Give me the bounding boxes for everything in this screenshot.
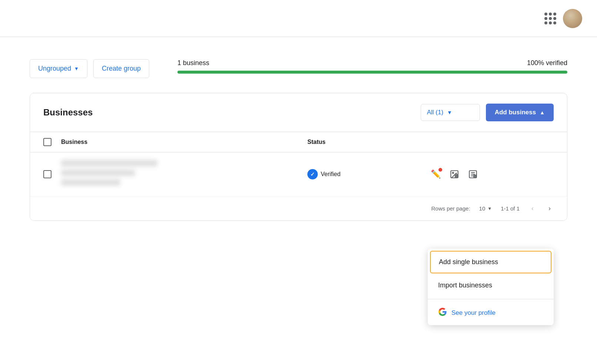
add-business-dropdown: Add single business Import businesses Se… bbox=[428, 249, 554, 325]
add-single-business-item[interactable]: Add single business bbox=[430, 251, 551, 273]
table-title: Businesses bbox=[43, 107, 93, 118]
dot bbox=[544, 17, 547, 20]
notification-dot bbox=[438, 168, 442, 172]
table-header-row: Businesses All (1) ▼ Add business ▲ bbox=[30, 93, 567, 132]
rows-per-page-value: 10 bbox=[479, 205, 486, 212]
dot bbox=[553, 21, 556, 24]
photo-icon[interactable] bbox=[450, 169, 459, 179]
table-header-controls: All (1) ▼ Add business ▲ bbox=[421, 104, 554, 121]
ungrouped-button[interactable]: Ungrouped ▼ bbox=[30, 59, 87, 78]
google-g-icon bbox=[438, 307, 447, 318]
dot bbox=[553, 17, 556, 20]
dot bbox=[553, 13, 556, 16]
verified-badge: ✓ bbox=[307, 169, 318, 179]
business-count-label: 1 business bbox=[177, 59, 209, 67]
header bbox=[0, 0, 597, 37]
stats-row: 1 business 100% verified bbox=[177, 59, 567, 67]
filter-label: All (1) bbox=[427, 109, 443, 116]
filter-dropdown[interactable]: All (1) ▼ bbox=[421, 104, 480, 121]
prev-page-button[interactable]: ‹ bbox=[528, 203, 537, 214]
rows-per-page-chevron-icon: ▼ bbox=[487, 206, 492, 211]
create-group-label: Create group bbox=[102, 65, 141, 73]
chevron-up-icon: ▲ bbox=[540, 109, 545, 115]
import-businesses-label: Import businesses bbox=[438, 282, 492, 289]
row-checkbox[interactable] bbox=[43, 170, 51, 178]
status-column-header: Status bbox=[307, 139, 431, 145]
dot bbox=[549, 17, 552, 20]
business-column-header: Business bbox=[58, 139, 307, 145]
progress-bar bbox=[177, 71, 567, 74]
main-content: Ungrouped ▼ Create group 1 business 100%… bbox=[0, 37, 597, 364]
stats-section: 1 business 100% verified bbox=[177, 59, 567, 74]
verified-percent-label: 100% verified bbox=[527, 59, 567, 67]
avatar[interactable] bbox=[563, 9, 582, 28]
status-cell: ✓ Verified bbox=[307, 169, 431, 179]
import-businesses-item[interactable]: Import businesses bbox=[428, 273, 554, 297]
dot bbox=[549, 13, 552, 16]
column-headers: Business Status bbox=[30, 132, 567, 152]
apps-icon[interactable] bbox=[544, 12, 557, 25]
add-business-label: Add business bbox=[495, 109, 536, 116]
blurred-business-detail-1 bbox=[61, 169, 135, 176]
edit-icon[interactable]: ✏️ bbox=[431, 169, 441, 179]
progress-bar-fill bbox=[177, 71, 567, 74]
dropdown-divider bbox=[428, 299, 554, 299]
post-icon[interactable] bbox=[468, 169, 478, 179]
blurred-business-detail-2 bbox=[61, 179, 120, 186]
ungrouped-label: Ungrouped bbox=[38, 65, 71, 73]
business-info-cell bbox=[58, 160, 307, 189]
svg-point-1 bbox=[452, 172, 453, 173]
blurred-business-name bbox=[61, 160, 157, 166]
chevron-down-icon: ▼ bbox=[74, 66, 79, 71]
table-card: Businesses All (1) ▼ Add business ▲ Busi… bbox=[30, 93, 567, 221]
see-your-profile-item[interactable]: See your profile bbox=[428, 301, 554, 325]
svg-line-2 bbox=[455, 173, 456, 175]
controls-row: Ungrouped ▼ Create group 1 business 100%… bbox=[30, 59, 567, 78]
verified-check-icon: ✓ bbox=[310, 171, 315, 177]
row-checkbox-cell bbox=[43, 170, 58, 178]
verified-label: Verified bbox=[321, 171, 340, 178]
rows-per-page-label: Rows per page: bbox=[431, 205, 470, 212]
select-all-checkbox[interactable] bbox=[43, 138, 51, 146]
table-footer: Rows per page: 10 ▼ 1-1 of 1 ‹ › bbox=[30, 196, 567, 220]
add-single-business-label: Add single business bbox=[439, 258, 498, 266]
dot bbox=[549, 21, 552, 24]
header-checkbox-cell bbox=[43, 138, 58, 146]
grid-dots bbox=[544, 13, 556, 24]
rows-per-page-selector[interactable]: 10 ▼ bbox=[479, 205, 492, 212]
create-group-button[interactable]: Create group bbox=[93, 59, 149, 78]
see-your-profile-label: See your profile bbox=[451, 309, 496, 317]
next-page-button[interactable]: › bbox=[546, 203, 554, 214]
row-actions-cell: ✏️ bbox=[431, 169, 554, 179]
dot bbox=[544, 13, 547, 16]
table-row: ✓ Verified ✏️ bbox=[30, 152, 567, 196]
page-info: 1-1 of 1 bbox=[501, 205, 520, 212]
chevron-down-icon: ▼ bbox=[447, 109, 452, 115]
add-business-button[interactable]: Add business ▲ bbox=[486, 104, 554, 121]
dot bbox=[544, 21, 547, 24]
